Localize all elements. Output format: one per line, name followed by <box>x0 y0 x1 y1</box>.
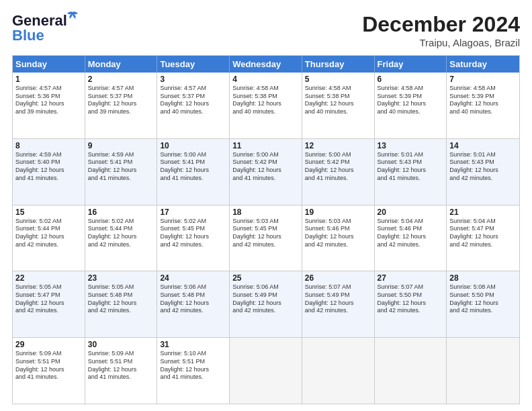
day-cell-2: 2Sunrise: 4:57 AM Sunset: 5:37 PM Daylig… <box>85 73 158 138</box>
day-cell-28: 28Sunrise: 5:08 AM Sunset: 5:50 PM Dayli… <box>447 271 519 337</box>
empty-cell <box>230 338 302 404</box>
day-number: 12 <box>305 141 371 150</box>
day-cell-13: 13Sunrise: 5:01 AM Sunset: 5:43 PM Dayli… <box>375 139 447 205</box>
day-cell-21: 21Sunrise: 5:04 AM Sunset: 5:47 PM Dayli… <box>447 205 519 271</box>
calendar-row-2: 8Sunrise: 4:59 AM Sunset: 5:40 PM Daylig… <box>13 139 519 205</box>
day-cell-29: 29Sunrise: 5:09 AM Sunset: 5:51 PM Dayli… <box>13 338 85 404</box>
day-info: Sunrise: 5:02 AM Sunset: 5:44 PM Dayligh… <box>15 218 82 249</box>
logo-bird-icon <box>66 11 79 26</box>
day-number: 26 <box>305 273 371 283</box>
calendar-header: SundayMondayTuesdayWednesdayThursdayFrid… <box>13 56 519 73</box>
day-cell-20: 20Sunrise: 5:04 AM Sunset: 5:46 PM Dayli… <box>375 205 447 271</box>
header-day-saturday: Saturday <box>447 56 519 73</box>
day-info: Sunrise: 4:57 AM Sunset: 5:36 PM Dayligh… <box>15 85 82 116</box>
day-number: 5 <box>305 75 371 84</box>
day-cell-11: 11Sunrise: 5:00 AM Sunset: 5:42 PM Dayli… <box>230 139 302 205</box>
day-info: Sunrise: 5:04 AM Sunset: 5:47 PM Dayligh… <box>449 218 517 249</box>
day-info: Sunrise: 5:09 AM Sunset: 5:51 PM Dayligh… <box>88 350 154 381</box>
day-number: 8 <box>15 141 82 150</box>
header-day-sunday: Sunday <box>13 56 85 73</box>
day-number: 22 <box>15 273 82 283</box>
day-cell-26: 26Sunrise: 5:07 AM Sunset: 5:49 PM Dayli… <box>302 271 375 337</box>
day-number: 16 <box>88 208 154 217</box>
header-day-thursday: Thursday <box>302 56 375 73</box>
day-cell-10: 10Sunrise: 5:00 AM Sunset: 5:41 PM Dayli… <box>157 139 230 205</box>
day-info: Sunrise: 5:09 AM Sunset: 5:51 PM Dayligh… <box>15 350 82 381</box>
day-info: Sunrise: 5:01 AM Sunset: 5:43 PM Dayligh… <box>378 151 444 183</box>
day-number: 10 <box>160 141 226 150</box>
day-number: 3 <box>160 75 226 84</box>
day-number: 11 <box>232 141 299 150</box>
day-cell-24: 24Sunrise: 5:06 AM Sunset: 5:48 PM Dayli… <box>157 271 230 337</box>
day-cell-9: 9Sunrise: 4:59 AM Sunset: 5:41 PM Daylig… <box>85 139 158 205</box>
day-cell-6: 6Sunrise: 4:58 AM Sunset: 5:39 PM Daylig… <box>375 73 447 138</box>
day-number: 31 <box>160 340 226 349</box>
day-info: Sunrise: 5:10 AM Sunset: 5:51 PM Dayligh… <box>160 350 226 381</box>
title-block: December 2024 Traipu, Alagoas, Brazil <box>362 12 520 48</box>
empty-cell <box>447 338 519 404</box>
logo: General Blue <box>12 12 67 44</box>
header: General Blue December 2024 Traipu, Alago… <box>12 12 520 48</box>
day-cell-27: 27Sunrise: 5:07 AM Sunset: 5:50 PM Dayli… <box>375 271 447 337</box>
day-cell-14: 14Sunrise: 5:01 AM Sunset: 5:43 PM Dayli… <box>447 139 519 205</box>
day-info: Sunrise: 5:00 AM Sunset: 5:42 PM Dayligh… <box>305 151 371 183</box>
day-cell-1: 1Sunrise: 4:57 AM Sunset: 5:36 PM Daylig… <box>13 73 85 138</box>
day-cell-7: 7Sunrise: 4:58 AM Sunset: 5:39 PM Daylig… <box>447 73 519 138</box>
day-info: Sunrise: 4:58 AM Sunset: 5:39 PM Dayligh… <box>449 85 517 116</box>
day-cell-17: 17Sunrise: 5:02 AM Sunset: 5:45 PM Dayli… <box>157 205 230 271</box>
day-info: Sunrise: 5:07 AM Sunset: 5:50 PM Dayligh… <box>378 283 444 315</box>
day-number: 25 <box>232 273 299 283</box>
day-cell-3: 3Sunrise: 4:57 AM Sunset: 5:37 PM Daylig… <box>157 73 230 138</box>
day-info: Sunrise: 4:58 AM Sunset: 5:39 PM Dayligh… <box>378 85 444 116</box>
day-number: 4 <box>232 75 299 84</box>
day-info: Sunrise: 5:05 AM Sunset: 5:47 PM Dayligh… <box>15 283 82 315</box>
day-info: Sunrise: 5:05 AM Sunset: 5:48 PM Dayligh… <box>88 283 154 315</box>
day-number: 9 <box>88 141 154 150</box>
empty-cell <box>375 338 447 404</box>
calendar-body: 1Sunrise: 4:57 AM Sunset: 5:36 PM Daylig… <box>13 73 519 404</box>
page-container: General Blue December 2024 Traipu, Alago… <box>0 0 532 411</box>
day-cell-4: 4Sunrise: 4:58 AM Sunset: 5:38 PM Daylig… <box>230 73 302 138</box>
day-info: Sunrise: 4:59 AM Sunset: 5:41 PM Dayligh… <box>88 151 154 183</box>
day-info: Sunrise: 5:02 AM Sunset: 5:45 PM Dayligh… <box>160 218 226 249</box>
main-title: December 2024 <box>362 12 520 37</box>
day-number: 20 <box>378 208 444 217</box>
day-number: 2 <box>88 75 154 84</box>
day-number: 13 <box>378 141 444 150</box>
day-info: Sunrise: 5:02 AM Sunset: 5:44 PM Dayligh… <box>88 218 154 249</box>
day-info: Sunrise: 4:58 AM Sunset: 5:38 PM Dayligh… <box>232 85 299 116</box>
day-info: Sunrise: 5:00 AM Sunset: 5:41 PM Dayligh… <box>160 151 226 183</box>
header-day-wednesday: Wednesday <box>230 56 302 73</box>
day-number: 7 <box>449 75 517 84</box>
header-day-friday: Friday <box>375 56 447 73</box>
day-info: Sunrise: 5:07 AM Sunset: 5:49 PM Dayligh… <box>305 283 371 315</box>
day-number: 18 <box>232 208 299 217</box>
logo-general: General <box>12 12 67 29</box>
day-cell-31: 31Sunrise: 5:10 AM Sunset: 5:51 PM Dayli… <box>157 338 230 404</box>
day-number: 6 <box>378 75 444 84</box>
day-info: Sunrise: 5:03 AM Sunset: 5:45 PM Dayligh… <box>232 218 299 249</box>
header-day-monday: Monday <box>85 56 158 73</box>
empty-cell <box>302 338 375 404</box>
day-cell-19: 19Sunrise: 5:03 AM Sunset: 5:46 PM Dayli… <box>302 205 375 271</box>
day-cell-25: 25Sunrise: 5:06 AM Sunset: 5:49 PM Dayli… <box>230 271 302 337</box>
day-cell-5: 5Sunrise: 4:58 AM Sunset: 5:38 PM Daylig… <box>302 73 375 138</box>
day-number: 30 <box>88 340 154 349</box>
day-info: Sunrise: 5:04 AM Sunset: 5:46 PM Dayligh… <box>378 218 444 249</box>
day-info: Sunrise: 4:58 AM Sunset: 5:38 PM Dayligh… <box>305 85 371 116</box>
day-number: 27 <box>378 273 444 283</box>
calendar-row-1: 1Sunrise: 4:57 AM Sunset: 5:36 PM Daylig… <box>13 73 519 139</box>
header-day-tuesday: Tuesday <box>157 56 230 73</box>
day-number: 15 <box>15 208 82 217</box>
day-info: Sunrise: 4:59 AM Sunset: 5:40 PM Dayligh… <box>15 151 82 183</box>
calendar-row-3: 15Sunrise: 5:02 AM Sunset: 5:44 PM Dayli… <box>13 205 519 272</box>
day-number: 24 <box>160 273 226 283</box>
day-number: 28 <box>449 273 517 283</box>
day-cell-23: 23Sunrise: 5:05 AM Sunset: 5:48 PM Dayli… <box>85 271 158 337</box>
day-number: 19 <box>305 208 371 217</box>
day-info: Sunrise: 5:08 AM Sunset: 5:50 PM Dayligh… <box>449 283 517 315</box>
day-number: 29 <box>15 340 82 349</box>
day-info: Sunrise: 5:01 AM Sunset: 5:43 PM Dayligh… <box>449 151 517 183</box>
day-cell-15: 15Sunrise: 5:02 AM Sunset: 5:44 PM Dayli… <box>13 205 85 271</box>
day-info: Sunrise: 5:06 AM Sunset: 5:48 PM Dayligh… <box>160 283 226 315</box>
